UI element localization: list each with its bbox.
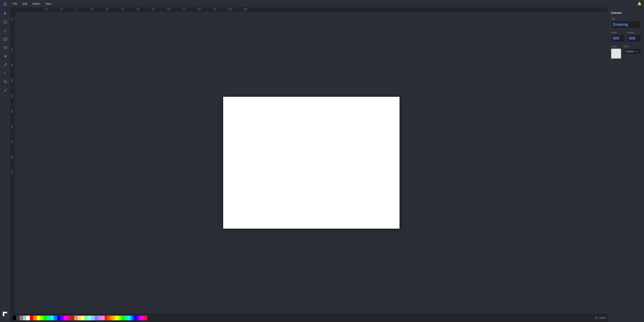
zoom-indicator: 100%	[595, 317, 606, 320]
sizes-col: Sizes Custom ▼	[623, 45, 641, 54]
center-area: 100%	[11, 8, 608, 322]
svg-point-6	[4, 47, 7, 49]
palette-color[interactable]	[64, 316, 67, 320]
palette-color[interactable]	[67, 316, 71, 320]
line-tool-button[interactable]	[2, 27, 9, 34]
canvas-height-field[interactable]: 600	[627, 35, 641, 42]
sizes-dropdown-arrow: ▼	[635, 50, 638, 53]
rainbow-gradient[interactable]	[105, 316, 147, 320]
sizes-dropdown[interactable]: Custom ▼	[623, 48, 641, 54]
canvas-width-field[interactable]: 800	[611, 35, 625, 42]
palette-color[interactable]	[44, 316, 47, 320]
ruler-h-canvas	[15, 8, 608, 12]
canvas-row	[11, 12, 608, 314]
palette-color[interactable]	[26, 316, 30, 320]
menu-edit[interactable]: Edit	[20, 1, 29, 6]
color-palette	[13, 316, 147, 320]
ellipse-tool-button[interactable]	[2, 44, 9, 51]
rectangle-tool-button[interactable]	[2, 35, 9, 43]
right-panel: Canvas Title Drawing Width 800 Height 60…	[608, 8, 644, 322]
palette-color[interactable]	[16, 316, 20, 320]
brush-tool-button[interactable]	[2, 86, 9, 94]
height-label: Height	[627, 31, 641, 34]
canvas-title-field[interactable]: Drawing	[611, 21, 641, 28]
ruler-vertical	[11, 12, 15, 314]
svg-point-11	[596, 317, 597, 319]
color-label: Color	[611, 45, 621, 48]
palette-color[interactable]	[91, 316, 94, 320]
palette-color[interactable]	[78, 316, 81, 320]
svg-text:T: T	[4, 72, 6, 75]
palette-color[interactable]	[81, 316, 84, 320]
color-col: Color	[611, 45, 621, 59]
ruler-top-row	[11, 8, 608, 12]
height-col: Height 600	[627, 31, 641, 42]
svg-rect-5	[4, 38, 7, 40]
menu-view[interactable]: View	[43, 1, 54, 6]
canvas-inner	[180, 80, 442, 246]
panel-title: Canvas	[611, 11, 641, 14]
palette-color[interactable]	[71, 316, 74, 320]
drawing-area[interactable]	[15, 12, 608, 314]
width-col: Width 800	[611, 31, 625, 42]
palette-color[interactable]	[37, 316, 40, 320]
ruler-v-canvas	[11, 12, 15, 314]
palette-color[interactable]	[20, 316, 23, 320]
palette-color[interactable]	[23, 316, 26, 320]
palette-color[interactable]	[88, 316, 91, 320]
menu-object[interactable]: Object	[30, 1, 42, 6]
canvas-color-swatch[interactable]	[611, 48, 621, 59]
svg-point-9	[4, 80, 6, 83]
zoom-value: 100%	[599, 317, 606, 320]
dimensions-row: Width 800 Height 600	[611, 31, 641, 42]
svg-line-12	[597, 319, 598, 319]
width-label: Width	[611, 31, 625, 34]
pen-tool-button[interactable]	[2, 61, 9, 68]
color-sizes-row: Color Sizes Custom ▼	[611, 45, 641, 59]
text-tool-button[interactable]: T	[2, 69, 9, 77]
palette-color[interactable]	[98, 316, 101, 320]
palette-color[interactable]	[50, 316, 54, 320]
bottombar: 100%	[11, 314, 608, 322]
notification-icon[interactable]: 🔔	[637, 1, 642, 6]
main-layout: T	[0, 8, 644, 322]
white-canvas[interactable]	[223, 97, 400, 229]
background-color[interactable]	[4, 313, 8, 317]
palette-color[interactable]	[54, 316, 57, 320]
app-logo[interactable]	[2, 0, 8, 7]
palette-color[interactable]	[74, 316, 78, 320]
menu-file[interactable]: File	[11, 1, 20, 6]
sizes-label: Sizes	[623, 45, 641, 48]
palette-color[interactable]	[40, 316, 44, 320]
palette-color[interactable]	[13, 316, 16, 320]
palette-color[interactable]	[33, 316, 37, 320]
palette-color[interactable]	[94, 316, 98, 320]
sizes-value: Custom	[625, 50, 634, 53]
palette-color[interactable]	[30, 316, 33, 320]
zoom-tool-button[interactable]	[2, 78, 9, 86]
color-swatch-control[interactable]	[2, 311, 9, 318]
star-tool-button[interactable]	[2, 52, 9, 60]
ruler-horizontal	[15, 8, 608, 12]
menubar: File Edit Object View 🔔	[0, 0, 644, 8]
palette-color[interactable]	[47, 316, 50, 320]
svg-line-10	[6, 82, 7, 83]
palette-color[interactable]	[101, 316, 105, 320]
svg-line-4	[4, 29, 6, 32]
node-tool-button[interactable]	[2, 18, 9, 26]
title-label: Title	[611, 17, 641, 20]
zoom-icon	[595, 317, 598, 319]
palette-color[interactable]	[60, 316, 64, 320]
palette-color[interactable]	[84, 316, 88, 320]
toolbar: T	[0, 8, 11, 322]
ruler-corner	[11, 8, 15, 12]
svg-point-7	[6, 63, 6, 64]
palette-color[interactable]	[57, 316, 60, 320]
select-tool-button[interactable]	[2, 10, 9, 17]
